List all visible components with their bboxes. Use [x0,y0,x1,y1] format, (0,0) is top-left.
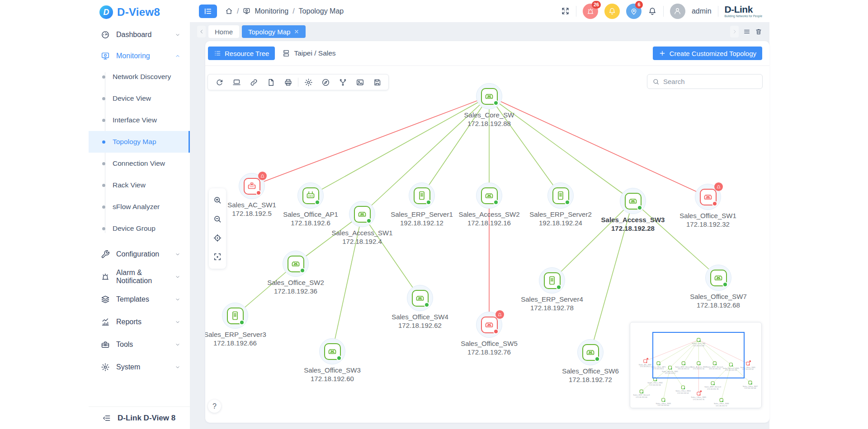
breadcrumb-topology-map[interactable]: Topology Map [299,7,344,15]
sidebar-item-interface-view[interactable]: Interface View [89,109,190,131]
dview8-app: D D-View8 DashboardMonitoringNetwork Dis… [89,0,769,429]
sidebar-item-rack-view[interactable]: Rack View [89,174,190,196]
chevr-icon [731,28,738,35]
sidebar-item-network-discovery[interactable]: Network Discovery [89,66,190,88]
tab-scroll-right-button[interactable] [730,26,739,37]
sidebar-item-dashboard[interactable]: Dashboard [89,23,190,46]
fit-icon [213,252,222,261]
svg-text:192.18.192.12: 192.18.192.12 [678,368,689,370]
sidebar-toggle-button[interactable] [199,5,217,18]
zoom-out-button[interactable] [209,210,226,228]
compass-tool-button[interactable] [317,75,334,90]
sidebar-item-alarm-notification[interactable]: Alarm & Notification [89,266,190,288]
search-icon [652,78,660,85]
device-label-sales-office-sw5: Sales_Office_SW5172.18.192.76 [461,339,518,356]
device-node-sales-office-sw4[interactable] [407,285,433,311]
laptop-tool-button[interactable] [228,75,245,90]
device-node-sales-access-sw2[interactable] [476,182,502,209]
link-tool-button[interactable] [245,75,262,90]
sidebar-item-topology-map[interactable]: Topology Map [89,131,190,153]
alarm-summary-button[interactable]: 26 [583,4,598,19]
sidebar-item-device-view[interactable]: Device View [89,88,190,109]
sidebar-item-device-group[interactable]: Device Group [89,218,190,239]
sidebar-item-system[interactable]: System [89,356,190,378]
print-tool-button[interactable] [279,75,297,90]
settings-tool-button[interactable] [300,75,317,90]
switch-device-icon [703,191,713,202]
device-label-sales-office-sw4: Sales_Office_SW4172.18.192.62 [392,312,448,330]
device-node-sales-core-sw[interactable] [476,83,502,109]
help-button[interactable]: ? [208,400,221,413]
close-tab-icon[interactable] [294,29,299,34]
home-icon[interactable] [225,7,233,15]
device-node-sales-office-sw2[interactable] [283,251,309,277]
device-node-sales-erp-server4[interactable] [539,267,565,294]
system-icon [101,363,110,372]
username[interactable]: admin [692,7,712,15]
notifications-button[interactable] [648,7,657,16]
image-tool-button[interactable] [351,75,368,90]
device-node-sales-office-sw3[interactable] [319,338,345,364]
create-topology-button[interactable]: Create Customized Topology [653,47,762,60]
chevron-left-icon [198,28,205,35]
device-node-sales-office-sw5[interactable] [476,312,502,338]
device-node-sales-erp-server2[interactable] [547,182,574,209]
sidebar-menu: DashboardMonitoringNetwork DiscoveryDevi… [89,23,190,378]
status-dot [315,200,320,205]
device-node-sales-office-ap1[interactable] [297,182,324,209]
sidebar-collapse-button[interactable]: D-Link D-View 8 [89,406,190,429]
sidebar-item-tools[interactable]: Tools [89,333,190,356]
device-node-sales-office-sw1[interactable] [695,184,721,210]
sidebar-item-monitoring[interactable]: Monitoring [89,46,190,66]
device-node-sales-office-sw6[interactable] [577,339,604,365]
status-dot [556,284,561,290]
sidebar-item-connection-view[interactable]: Connection View [89,153,190,174]
hamburger-icon [743,28,750,35]
sidebar-item-configuration[interactable]: Configuration [89,243,190,266]
chevron-down-icon [175,251,181,257]
avatar[interactable] [670,4,685,19]
warning-summary-button[interactable] [604,4,620,19]
breadcrumb-monitoring[interactable]: Monitoring [255,7,288,15]
device-label-sales-office-sw7: Sales_Office_SW7172.18.192.68 [690,292,747,309]
device-node-sales-access-sw3[interactable] [620,188,646,214]
device-label-sales-core-sw: Sales_Core_SW172.18.192.88 [464,111,514,128]
fit-button[interactable] [209,247,226,266]
tab-home[interactable]: Home [208,25,239,38]
save-tool-button[interactable] [368,75,386,90]
branch-tool-button[interactable] [334,75,351,90]
search-box [647,74,763,89]
resource-tree-button[interactable]: Resource Tree [208,47,275,60]
location-summary-button[interactable]: 6 [626,4,642,19]
svg-text:192.18.192.24: 192.18.192.24 [709,368,721,370]
svg-text:172.18.192.68: 172.18.192.68 [745,387,756,389]
topology-card: Sales_Core_SW172.18.192.88Sales_AC_SW117… [205,41,769,423]
minimap[interactable]: Sales_Core_SW172.18.192.88Sales_AC_SW117… [630,322,762,408]
server-device-icon [555,190,566,201]
refresh-tool-button[interactable] [211,75,228,90]
svg-text:172.18.192.28: 172.18.192.28 [725,369,737,371]
device-node-sales-erp-server1[interactable] [409,182,435,209]
close-all-tabs-button[interactable] [755,28,762,35]
tab-topology-map[interactable]: Topology Map [242,25,306,38]
device-node-sales-access-sw1[interactable] [349,201,375,227]
tab-menu-button[interactable] [743,28,750,35]
sidebar-item-sflow-analyzer[interactable]: sFlow Analyzer [89,196,190,218]
zoom-in-button[interactable] [209,191,226,210]
wlc-device-icon [246,181,257,191]
locate-button[interactable] [209,228,226,247]
sidebar-item-reports[interactable]: Reports [89,311,190,333]
zoom-in-icon [213,196,222,205]
device-node-sales-office-sw7[interactable] [705,265,731,291]
file-tool-button[interactable] [262,75,279,90]
expand-icon [561,7,570,15]
search-input[interactable] [663,78,757,85]
fullscreen-button[interactable] [561,7,570,15]
device-node-sales-ac-sw1[interactable] [239,173,265,199]
servers-icon [282,49,290,57]
status-dot [565,200,570,205]
sidebar-item-templates[interactable]: Templates [89,288,190,311]
tab-scroll-left-button[interactable] [197,26,206,37]
location-pin-icon [630,7,638,15]
device-node-sales-erp-server3[interactable] [222,303,248,329]
